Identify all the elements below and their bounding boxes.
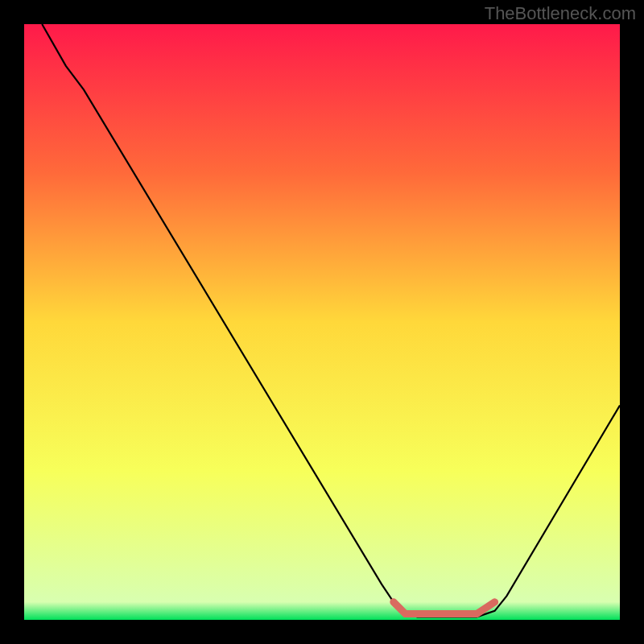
chart-background <box>24 24 620 620</box>
watermark-text: TheBottleneck.com <box>485 3 636 24</box>
chart-plot-area <box>24 24 620 620</box>
chart-svg <box>24 24 620 620</box>
